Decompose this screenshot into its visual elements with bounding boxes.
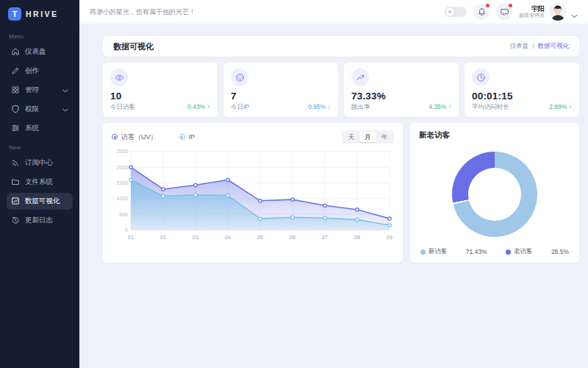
avatar <box>549 3 567 21</box>
chevron-down-icon <box>571 9 578 15</box>
donut-legend-label: 新访客 <box>429 247 448 256</box>
charts-row: 访客（UV） IP 天 月 年 050010001500200025000102… <box>103 123 579 263</box>
stat-value: 00:01:15 <box>472 91 572 102</box>
donut-legend-dot-returning <box>506 250 511 255</box>
breadcrumb-dashboard[interactable]: 仪表盘 <box>510 42 529 51</box>
eye-icon <box>110 68 128 86</box>
stat-label: 平均访问时长 <box>472 103 509 112</box>
header-motto: 再渺小的星光，也有属于他的光芒！ <box>90 7 196 17</box>
svg-text:02: 02 <box>160 235 166 240</box>
sidebar-item-label: 订阅中心 <box>25 158 53 168</box>
chevron-down-icon <box>62 106 68 112</box>
page-header-card: 数据可视化 仪表盘 / 数据可视化 <box>103 36 579 57</box>
stat-value: 10 <box>110 91 210 102</box>
stat-value: 7 <box>231 91 331 102</box>
sliders-icon <box>11 124 20 132</box>
visitors-trend-card: 访客（UV） IP 天 月 年 050010001500200025000102… <box>103 123 403 263</box>
main-content: 数据可视化 仪表盘 / 数据可视化 10 今日访客 0.43% ↑ 7 <box>79 24 588 368</box>
stat-delta: 4.35% ↑ <box>429 103 451 110</box>
sidebar-section-new: New <box>9 144 71 151</box>
donut-value-new: 71.43% <box>466 248 487 255</box>
legend-item-ip[interactable]: IP <box>179 133 196 141</box>
breadcrumb-current: 数据可视化 <box>538 42 570 51</box>
sidebar-item-data-visualization[interactable]: 数据可视化 <box>7 193 73 210</box>
page-title: 数据可视化 <box>113 41 154 52</box>
sidebar: T HRIVE Menu 仪表盘 创作 管理 权限 系统 New 订阅中心 文件… <box>0 0 79 368</box>
user-menu[interactable]: 宇阳 超级管理员 <box>519 3 578 21</box>
legend-label-ip: IP <box>189 133 196 141</box>
stat-card-bounce-rate: 73.33% 跳出率 4.35% ↑ <box>344 63 459 117</box>
sidebar-item-subscriptions[interactable]: 订阅中心 <box>7 155 73 171</box>
chart-icon <box>11 197 20 205</box>
brand-name: HRIVE <box>26 10 59 18</box>
donut-chart-title: 新老访客 <box>419 130 570 141</box>
notifications-button[interactable] <box>473 4 490 20</box>
svg-text:2500: 2500 <box>116 149 128 154</box>
stat-card-ip: 7 今日IP 0.95% ↓ <box>223 63 338 117</box>
sidebar-item-label: 数据可视化 <box>25 197 60 206</box>
user-role: 超级管理员 <box>519 13 545 18</box>
sidebar-item-create[interactable]: 创作 <box>7 63 73 79</box>
sidebar-item-permissions[interactable]: 权限 <box>7 101 73 118</box>
sidebar-item-label: 创作 <box>25 66 39 76</box>
message-badge <box>509 4 512 7</box>
pencil-icon <box>11 66 20 75</box>
donut-value-returning: 28.5% <box>551 248 569 255</box>
sidebar-item-dashboard[interactable]: 仪表盘 <box>7 43 73 60</box>
svg-text:04: 04 <box>225 235 231 240</box>
sidebar-item-label: 仪表盘 <box>25 47 46 57</box>
sidebar-item-manage[interactable]: 管理 <box>7 82 73 99</box>
stat-delta: 0.43% ↑ <box>187 103 210 110</box>
donut-chart <box>452 152 537 237</box>
rss-icon <box>11 158 20 167</box>
period-option-day[interactable]: 天 <box>343 132 360 142</box>
sidebar-item-changelog[interactable]: 更新日志 <box>7 212 73 229</box>
svg-text:09: 09 <box>387 235 392 240</box>
donut-legend-returning[interactable]: 老访客 <box>506 247 533 256</box>
message-icon <box>500 7 509 17</box>
stat-delta: 0.95% ↓ <box>308 103 331 110</box>
period-option-month[interactable]: 月 <box>359 132 376 142</box>
new-vs-returning-card: 新老访客 新访客 71.43% 老访客 28.5 <box>410 123 579 263</box>
legend-item-uv[interactable]: 访客（UV） <box>112 132 157 142</box>
chevron-down-icon <box>62 87 68 93</box>
svg-text:2000: 2000 <box>116 165 128 170</box>
svg-text:07: 07 <box>322 235 328 240</box>
sidebar-section-menu: Menu <box>9 33 71 40</box>
svg-text:1500: 1500 <box>116 180 128 185</box>
stat-label: 今日访客 <box>110 103 135 112</box>
svg-text:08: 08 <box>354 235 360 240</box>
sidebar-item-label: 管理 <box>25 85 39 95</box>
stat-label: 跳出率 <box>351 103 370 112</box>
sidebar-item-label: 系统 <box>25 124 39 133</box>
legend-dot-ip <box>179 134 185 140</box>
user-name: 宇阳 <box>519 5 545 13</box>
donut-legend-dot-new <box>420 250 426 255</box>
notification-badge <box>486 4 490 7</box>
brand-logo[interactable]: T HRIVE <box>7 5 73 26</box>
sidebar-item-system[interactable]: 系统 <box>7 120 73 137</box>
stat-delta: 2.89% ↑ <box>549 103 572 110</box>
svg-text:05: 05 <box>257 235 263 240</box>
theme-toggle[interactable] <box>445 7 467 17</box>
trend-icon <box>351 68 369 86</box>
history-icon <box>11 216 20 224</box>
breadcrumb: 仪表盘 / 数据可视化 <box>510 42 569 51</box>
theme-toggle-knob <box>445 7 454 16</box>
breadcrumb-separator: / <box>532 43 534 50</box>
donut-legend-new[interactable]: 新访客 <box>420 247 448 256</box>
home-icon <box>11 47 20 56</box>
legend-dot-uv <box>112 134 118 140</box>
grid-icon <box>11 85 20 94</box>
messages-button[interactable] <box>496 4 512 20</box>
svg-text:06: 06 <box>290 235 295 240</box>
period-segmented-control: 天 月 年 <box>342 130 395 144</box>
brand-logo-icon: T <box>8 7 21 21</box>
stat-card-avg-duration: 00:01:15 平均访问时长 2.89% ↑ <box>465 63 579 117</box>
clock-icon <box>472 68 490 86</box>
sidebar-item-files[interactable]: 文件系统 <box>7 174 73 191</box>
donut-legend: 新访客 71.43% 老访客 28.5% <box>419 247 570 257</box>
stat-card-visitors: 10 今日访客 0.43% ↑ <box>103 63 218 117</box>
donut-legend-label: 老访客 <box>514 247 533 256</box>
period-option-year[interactable]: 年 <box>376 132 393 142</box>
